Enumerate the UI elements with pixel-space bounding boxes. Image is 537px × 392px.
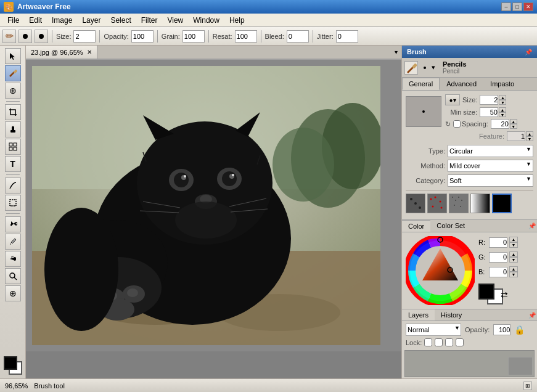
menu-select[interactable]: Select xyxy=(105,15,136,26)
shape-dropdown-btn[interactable]: ●▾ xyxy=(445,94,460,105)
brush-preview-2[interactable] xyxy=(427,194,447,213)
canvas-image-container[interactable] xyxy=(32,66,380,345)
menu-edit[interactable]: Edit xyxy=(24,15,47,26)
size-down-btn[interactable]: ▼ xyxy=(499,100,506,105)
category-select[interactable]: Soft Hard Medium xyxy=(448,174,533,187)
tool-move[interactable]: ⊕ xyxy=(5,83,21,99)
refresh-button[interactable]: ↻ xyxy=(445,120,451,128)
b-spinner[interactable]: ▲ ▼ xyxy=(509,266,518,277)
spacing-up[interactable]: ▲ xyxy=(510,119,517,124)
method-select[interactable]: Mild cover Cover Buildup Soft cover xyxy=(448,160,533,172)
g-up[interactable]: ▲ xyxy=(509,251,518,257)
feature-input[interactable] xyxy=(507,131,525,141)
menu-file[interactable]: File xyxy=(2,15,24,26)
lock-position-check[interactable] xyxy=(445,338,453,346)
pin-icon[interactable]: 📌 xyxy=(525,49,532,55)
tool-zoom[interactable] xyxy=(5,268,21,284)
maximize-button[interactable]: □ xyxy=(512,2,522,11)
tab-impasto[interactable]: Impasto xyxy=(483,78,521,90)
brush-preview-4[interactable] xyxy=(470,194,490,213)
feature-down[interactable]: ▼ xyxy=(526,136,533,141)
canvas-tab-close[interactable]: ✕ xyxy=(87,49,92,55)
menu-filter[interactable]: Filter xyxy=(136,15,163,26)
lock-transparency-check[interactable] xyxy=(424,338,432,346)
brush-arrow[interactable]: ▾ xyxy=(432,63,440,71)
r-up[interactable]: ▲ xyxy=(509,237,518,242)
size-setting-input[interactable] xyxy=(480,95,498,105)
g-down[interactable]: ▼ xyxy=(509,257,518,263)
tab-history[interactable]: History xyxy=(435,309,468,321)
tool-grid[interactable] xyxy=(5,139,21,155)
b-up[interactable]: ▲ xyxy=(509,266,518,272)
brush-preview-3[interactable] xyxy=(449,194,469,213)
tool-text[interactable]: T xyxy=(5,156,21,172)
tool-stamp[interactable] xyxy=(5,121,21,137)
lock-pixels-check[interactable] xyxy=(435,338,443,346)
tab-advanced[interactable]: Advanced xyxy=(440,78,483,90)
menu-image[interactable]: Image xyxy=(47,15,77,26)
color-wheel-container[interactable] xyxy=(406,236,475,305)
tab-layers[interactable]: Layers xyxy=(402,309,435,321)
brush-tool-icon[interactable]: ✏ xyxy=(2,30,16,43)
g-input[interactable] xyxy=(489,252,507,263)
r-input[interactable] xyxy=(489,237,507,248)
layer-thumb[interactable] xyxy=(508,357,533,375)
spacing-spinner[interactable]: ▲ ▼ xyxy=(510,119,517,129)
layer-opacity-input[interactable] xyxy=(493,324,510,335)
g-spinner[interactable]: ▲ ▼ xyxy=(509,251,518,263)
tool-eyedropper[interactable] xyxy=(5,234,21,250)
min-size-down[interactable]: ▼ xyxy=(499,112,506,117)
min-size-spinner[interactable]: ▲ ▼ xyxy=(499,107,506,117)
bleed-input[interactable]: 0 xyxy=(287,30,309,43)
tab-color-set[interactable]: Color Set xyxy=(430,220,471,232)
tool-fill[interactable] xyxy=(5,216,21,232)
brush-options-button[interactable] xyxy=(35,30,48,43)
layers-panel-pin[interactable]: 📌 xyxy=(527,309,537,321)
tool-brush[interactable] xyxy=(5,65,21,81)
minimize-button[interactable]: – xyxy=(501,2,511,11)
lock-options-icon[interactable]: 🔒 xyxy=(514,325,525,335)
foreground-color-box[interactable] xyxy=(478,284,494,300)
brush-shape-button[interactable] xyxy=(18,30,32,43)
b-input[interactable] xyxy=(489,267,507,277)
min-size-input[interactable] xyxy=(480,107,498,117)
spacing-checkbox[interactable] xyxy=(453,120,461,128)
tool-rect-select[interactable] xyxy=(5,195,21,211)
resat-input[interactable]: 100 xyxy=(235,30,257,43)
menu-layer[interactable]: Layer xyxy=(77,15,105,26)
feature-spinner[interactable]: ▲ ▼ xyxy=(526,131,533,141)
tool-crop[interactable] xyxy=(5,104,21,120)
swap-colors-icon[interactable]: ⇄ xyxy=(501,290,508,300)
feature-up[interactable]: ▲ xyxy=(526,131,533,136)
spacing-input[interactable] xyxy=(491,119,509,129)
spacing-down[interactable]: ▼ xyxy=(510,124,517,129)
menu-view[interactable]: View xyxy=(162,15,188,26)
tab-general[interactable]: General xyxy=(402,78,440,90)
size-up-btn[interactable]: ▲ xyxy=(499,95,506,100)
menu-window[interactable]: Window xyxy=(188,15,224,26)
lock-all-check[interactable] xyxy=(456,338,464,346)
opacity-input[interactable]: 100 xyxy=(131,30,154,43)
brush-preview-1[interactable] xyxy=(406,194,425,213)
r-down[interactable]: ▼ xyxy=(509,242,518,248)
size-input[interactable]: 2 xyxy=(73,30,96,43)
tab-color[interactable]: Color xyxy=(402,220,430,232)
menu-help[interactable]: Help xyxy=(224,15,250,26)
tool-selection[interactable] xyxy=(5,48,21,64)
canvas-menu-button[interactable]: ▾ xyxy=(390,46,401,59)
jitter-input[interactable]: 0 xyxy=(336,30,358,43)
foreground-color-swatch[interactable] xyxy=(4,356,17,370)
type-select[interactable]: Circular Linear Pointed xyxy=(448,145,533,157)
color-wheel-svg[interactable] xyxy=(406,236,475,305)
tool-airbrush[interactable] xyxy=(5,251,21,267)
brush-preview-5[interactable] xyxy=(492,194,512,213)
size-spinner[interactable]: ▲ ▼ xyxy=(499,95,506,105)
blend-mode-select[interactable]: Normal Multiply Screen Overlay xyxy=(406,324,461,336)
grain-input[interactable]: 100 xyxy=(182,30,205,43)
b-down[interactable]: ▼ xyxy=(509,272,518,277)
status-panel-btn[interactable]: ⊞ xyxy=(523,382,532,390)
color-panel-pin[interactable]: 📌 xyxy=(527,220,537,232)
tool-smudge[interactable] xyxy=(5,178,21,194)
r-spinner[interactable]: ▲ ▼ xyxy=(509,237,518,248)
canvas-tab[interactable]: 23.jpg @ 96,65% ✕ xyxy=(26,46,97,59)
